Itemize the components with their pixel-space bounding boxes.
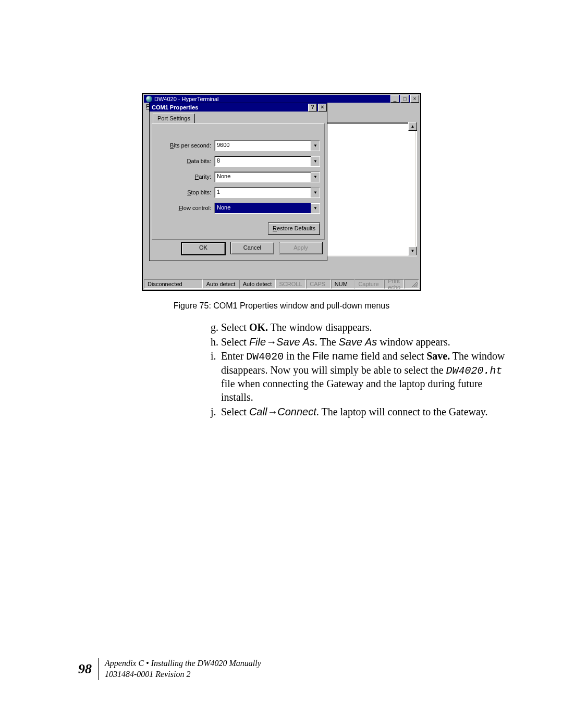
dialog-titlebar: COM1 Properties ? ×	[150, 103, 327, 112]
combo-parity[interactable]: None	[214, 171, 320, 182]
figure-caption: Figure 75: COM1 Properties window and pu…	[0, 301, 563, 311]
status-scroll: SCROLL	[276, 279, 307, 289]
instruction-list: g. Select OK. The window disappears. h. …	[211, 321, 508, 419]
combo-bits-per-second[interactable]: 9600	[214, 140, 320, 151]
footer-divider	[98, 658, 99, 680]
com1-properties-dialog: COM1 Properties ? × Port Settings Bits p…	[149, 103, 327, 261]
footer-line-2: 1031484-0001 Revision 2	[105, 670, 190, 678]
combo-stop-bits[interactable]: 1	[214, 187, 320, 198]
chevron-down-icon[interactable]	[311, 188, 320, 198]
status-bar: Disconnected Auto detect Auto detect SCR…	[144, 279, 419, 289]
ok-button[interactable]: OK	[181, 242, 226, 255]
dialog-title: COM1 Properties	[152, 104, 198, 110]
status-autodetect-1: Auto detect	[203, 279, 239, 289]
label-flow-control: Flow control:	[152, 205, 214, 211]
cancel-button[interactable]: Cancel	[230, 242, 274, 254]
status-connection: Disconnected	[144, 279, 203, 289]
label-parity: Parity:	[152, 174, 214, 180]
chevron-down-icon[interactable]	[311, 203, 320, 213]
chevron-down-icon[interactable]	[311, 172, 320, 182]
row-stop-bits: Stop bits: 1	[152, 187, 320, 198]
label-bits-per-second: Bits per second:	[152, 142, 214, 149]
step-i: i. Enter DW4020 in the File name field a…	[211, 350, 508, 404]
row-parity: Parity: None	[152, 171, 320, 182]
label-stop-bits: Stop bits:	[152, 189, 214, 195]
row-data-bits: Data bits: 8	[152, 156, 320, 166]
dialog-close-button[interactable]: ×	[318, 104, 327, 112]
maximize-button[interactable]: □	[400, 95, 409, 103]
status-capture: Capture	[354, 279, 384, 289]
hyperterminal-titlebar: DW4020 - HyperTerminal _ □ ×	[144, 95, 419, 103]
hyperterminal-window: DW4020 - HyperTerminal _ □ × F ▲ ▼ Disco…	[142, 93, 421, 291]
port-settings-panel: Bits per second: 9600 Data bits: 8 Parit…	[152, 123, 325, 240]
scroll-up-button[interactable]: ▲	[408, 122, 417, 131]
page-number: 98	[78, 661, 98, 677]
restore-defaults-button[interactable]: Restore Defaults	[268, 223, 320, 235]
resize-grip[interactable]	[404, 279, 419, 289]
footer-line-1: Appendix C • Installing the DW4020 Manua…	[105, 659, 261, 668]
status-caps: CAPS	[306, 279, 331, 289]
step-h: h. Select File→Save As. The Save As wind…	[211, 336, 508, 349]
combo-data-bits[interactable]: 8	[214, 156, 320, 167]
chevron-down-icon[interactable]	[311, 141, 320, 151]
row-bits-per-second: Bits per second: 9600	[152, 140, 320, 151]
status-num: NUM	[331, 279, 355, 289]
apply-button[interactable]: Apply	[279, 242, 323, 254]
hyperterminal-title: DW4020 - HyperTerminal	[154, 96, 218, 102]
row-flow-control: Flow control: None	[152, 203, 320, 213]
combo-flow-control[interactable]: None	[214, 203, 320, 214]
status-autodetect-2: Auto detect	[239, 279, 276, 289]
label-data-bits: Data bits:	[152, 158, 214, 164]
step-j: j. Select Call→Connect. The laptop will …	[211, 405, 508, 419]
dialog-button-row: OK Cancel Apply	[178, 242, 323, 255]
chevron-down-icon[interactable]	[311, 156, 320, 166]
scroll-down-button[interactable]: ▼	[408, 246, 417, 255]
minimize-button[interactable]: _	[390, 95, 399, 103]
close-button[interactable]: ×	[410, 95, 419, 103]
help-button[interactable]: ?	[308, 104, 317, 112]
status-printecho: Print echo	[384, 279, 404, 289]
step-g: g. Select OK. The window disappears.	[211, 321, 508, 335]
page-footer: 98 Appendix C • Installing the DW4020 Ma…	[78, 658, 261, 680]
app-icon	[146, 96, 152, 102]
